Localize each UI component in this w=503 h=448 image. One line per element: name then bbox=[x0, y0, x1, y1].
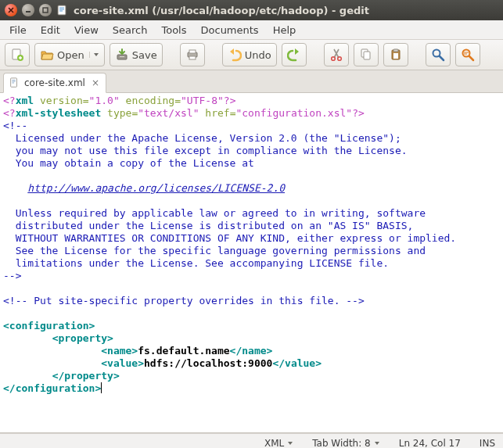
window-title: core-site.xml (/usr/local/hadoop/etc/had… bbox=[74, 5, 498, 16]
svg-rect-16 bbox=[393, 53, 398, 59]
open-label: Open bbox=[57, 49, 84, 61]
status-tab-width-selector[interactable]: Tab Width: 8 bbox=[312, 438, 379, 448]
svg-rect-0 bbox=[26, 11, 31, 13]
undo-icon bbox=[228, 48, 242, 62]
undo-button[interactable]: Undo bbox=[222, 43, 277, 66]
redo-button[interactable] bbox=[282, 43, 307, 66]
svg-rect-2 bbox=[58, 5, 66, 15]
svg-rect-6 bbox=[120, 56, 124, 57]
open-recent-dropdown[interactable] bbox=[89, 52, 99, 58]
tab-strip: core-site.xml × bbox=[0, 70, 503, 93]
text-cursor bbox=[101, 382, 102, 393]
window-close-button[interactable] bbox=[5, 4, 17, 16]
title-bar: core-site.xml (/usr/local/hadoop/etc/had… bbox=[0, 0, 503, 20]
copy-button[interactable] bbox=[354, 43, 379, 66]
svg-rect-9 bbox=[189, 56, 196, 59]
save-label: Save bbox=[132, 49, 157, 61]
svg-rect-8 bbox=[189, 50, 196, 53]
window-minimize-button[interactable] bbox=[22, 4, 34, 16]
status-cursor-position: Ln 24, Col 17 bbox=[399, 438, 461, 448]
document-tab[interactable]: core-site.xml × bbox=[3, 73, 106, 93]
menu-tools[interactable]: Tools bbox=[155, 22, 192, 38]
svg-rect-13 bbox=[364, 52, 370, 59]
svg-rect-1 bbox=[43, 8, 48, 13]
menu-view[interactable]: View bbox=[68, 22, 105, 38]
status-insert-mode[interactable]: INS bbox=[480, 438, 495, 448]
new-document-button[interactable] bbox=[5, 43, 30, 66]
undo-label: Undo bbox=[245, 49, 271, 61]
save-button[interactable]: Save bbox=[110, 43, 163, 66]
chevron-down-icon bbox=[287, 438, 293, 448]
svg-point-11 bbox=[337, 57, 341, 61]
window-maximize-button[interactable] bbox=[39, 4, 52, 16]
svg-rect-15 bbox=[393, 49, 398, 52]
tab-label: core-site.xml bbox=[24, 77, 85, 88]
save-icon bbox=[115, 48, 129, 62]
menu-bar: File Edit View Search Tools Documents He… bbox=[0, 20, 503, 40]
tab-close-button[interactable]: × bbox=[90, 77, 101, 88]
toolbar: Open Save Undo bbox=[0, 40, 503, 70]
menu-documents[interactable]: Documents bbox=[195, 22, 265, 38]
print-button[interactable] bbox=[180, 43, 205, 66]
chevron-down-icon bbox=[374, 438, 380, 448]
folder-open-icon bbox=[40, 48, 54, 62]
menu-edit[interactable]: Edit bbox=[34, 22, 66, 38]
find-replace-button[interactable] bbox=[455, 43, 480, 66]
editor-area[interactable]: <?xml version="1.0" encoding="UTF-8"?> <… bbox=[0, 93, 503, 433]
open-button[interactable]: Open bbox=[34, 43, 105, 66]
svg-point-10 bbox=[331, 57, 335, 61]
menu-help[interactable]: Help bbox=[267, 22, 303, 38]
cut-button[interactable] bbox=[324, 43, 349, 66]
status-language-selector[interactable]: XML bbox=[264, 438, 293, 448]
document-icon bbox=[9, 77, 20, 88]
menu-file[interactable]: File bbox=[3, 22, 33, 38]
paste-button[interactable] bbox=[383, 43, 408, 66]
gedit-app-icon bbox=[56, 4, 69, 16]
find-button[interactable] bbox=[426, 43, 451, 66]
menu-search[interactable]: Search bbox=[106, 22, 154, 38]
status-bar: XML Tab Width: 8 Ln 24, Col 17 INS bbox=[0, 433, 503, 448]
